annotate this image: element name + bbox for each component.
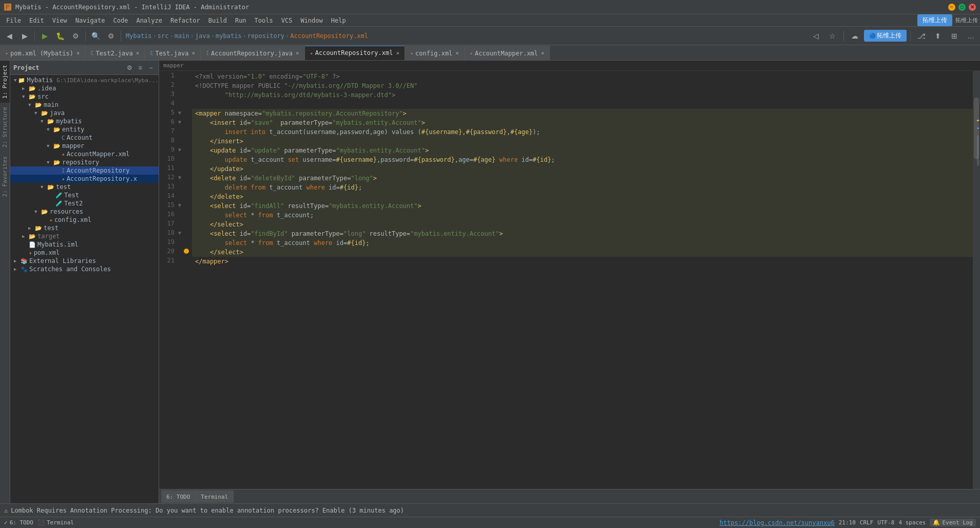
upload-cloud-button[interactable]: 🔵 拓维上传: [864, 30, 907, 42]
code-editor[interactable]: <?xml version="1.0" encoding="UTF-8" ?> …: [190, 71, 973, 489]
tree-item-account-class[interactable]: ▶ C Account: [10, 134, 159, 142]
tab-close-test2[interactable]: ×: [136, 50, 140, 56]
status-terminal[interactable]: ⬛ Terminal: [37, 519, 74, 526]
tree-item-test-class[interactable]: ▶ 🧪 Test: [10, 191, 159, 199]
toolbar-upload-cloud[interactable]: ☁: [848, 29, 862, 43]
breadcrumb-src[interactable]: src: [158, 32, 169, 40]
tab-close-ar-xml[interactable]: ×: [396, 50, 399, 56]
breadcrumb-mybatis2[interactable]: mybatis: [216, 32, 242, 40]
tab-close-pom[interactable]: ×: [76, 50, 80, 56]
toolbar-run[interactable]: ▶: [37, 29, 52, 43]
tree-item-account-mapper-xml[interactable]: ▶ ✦ AccountMapper.xml: [10, 150, 159, 158]
close-button[interactable]: ✕: [969, 4, 976, 11]
tree-item-mybatis-pkg[interactable]: ▼ 📂 mybatis: [10, 117, 159, 125]
tab-pom-xml[interactable]: ✦ pom.xml (Mybatis) ×: [0, 46, 85, 60]
minimize-button[interactable]: −: [948, 4, 955, 11]
tab-account-mapper-xml[interactable]: ✦ AccountMapper.xml ×: [465, 46, 550, 60]
toolbar-debug[interactable]: 🐛: [53, 29, 67, 43]
tree-item-pom-xml[interactable]: ▶ ✦ pom.xml: [10, 249, 159, 257]
status-indent[interactable]: 4 spaces: [898, 519, 926, 526]
tree-item-config-xml[interactable]: ▶ ✦ config.xml: [10, 216, 159, 224]
upload-label: 拓维上传: [955, 16, 978, 24]
tree-item-main[interactable]: ▼ 📂 main: [10, 101, 159, 109]
tree-arrow-resources: ▼: [34, 209, 40, 214]
menu-window[interactable]: Window: [296, 16, 326, 25]
menu-view[interactable]: View: [48, 16, 71, 25]
vtab-project[interactable]: 1: Project: [0, 61, 10, 103]
tab-close-ar-java[interactable]: ×: [296, 50, 299, 56]
tree-item-account-repository-java[interactable]: ▶ I AccountRepository: [10, 166, 159, 175]
toolbar-run-config[interactable]: ⚙: [68, 29, 83, 43]
toolbar-chevron-left[interactable]: ◁: [809, 29, 823, 43]
tree-item-mapper-folder[interactable]: ▼ 📂 mapper: [10, 142, 159, 150]
tab-close-config[interactable]: ×: [455, 50, 459, 56]
upload-button[interactable]: 拓维上传: [917, 14, 952, 26]
tree-item-scratches[interactable]: ▶ 🐾 Scratches and Consoles: [10, 265, 159, 273]
toolbar-git[interactable]: ⎇: [914, 29, 929, 43]
vtab-favorites[interactable]: 2: Favorites: [0, 152, 10, 201]
status-event-log[interactable]: 🔔 Event Log: [930, 519, 976, 526]
menu-code[interactable]: Code: [109, 16, 132, 25]
scroll-track[interactable]: [973, 71, 980, 489]
maximize-button[interactable]: □: [958, 4, 966, 11]
toolbar-share[interactable]: ⬆: [931, 29, 945, 43]
menu-vcs[interactable]: VCS: [277, 16, 297, 25]
tab-account-repository-java[interactable]: I AccountRepository.java ×: [201, 46, 305, 60]
status-line-ending[interactable]: CRLF: [860, 519, 874, 526]
vtab-structure[interactable]: 2: Structure: [0, 103, 10, 152]
toolbar-layout[interactable]: ⊞: [947, 29, 962, 43]
tree-item-repository-folder[interactable]: ▼ 📂 repository: [10, 158, 159, 166]
tab-config-xml[interactable]: ✦ config.xml ×: [405, 46, 465, 60]
bottom-tabs: 6: TODO Terminal: [159, 489, 980, 503]
tree-item-account-repository-xml[interactable]: ▶ ✦ AccountRepository.x: [10, 175, 159, 183]
panel-title: Project: [13, 64, 40, 71]
toolbar-bookmark[interactable]: ☆: [825, 29, 840, 43]
menu-refactor[interactable]: Refactor: [166, 16, 204, 25]
breadcrumb-main[interactable]: main: [175, 32, 189, 40]
tree-item-java[interactable]: ▼ 📂 java: [10, 109, 159, 117]
panel-btn-collapse-all[interactable]: ≡: [136, 63, 145, 72]
status-encoding[interactable]: UTF-8: [877, 519, 894, 526]
tree-item-mybatis-iml[interactable]: ▶ 📄 Mybatis.iml: [10, 240, 159, 249]
panel-btn-hide[interactable]: −: [146, 63, 156, 72]
breadcrumb-repository[interactable]: repository: [247, 32, 284, 40]
tab-test2-java[interactable]: C Test2.java ×: [85, 46, 145, 60]
tree-item-test2-class[interactable]: ▶ 🧪 Test2: [10, 199, 159, 208]
tree-item-target[interactable]: ▶ 📂 target: [10, 232, 159, 240]
toolbar-settings[interactable]: ⚙: [104, 29, 118, 43]
panel-btn-settings[interactable]: ⚙: [125, 63, 134, 72]
breadcrumb-mybatis[interactable]: Mybatis: [126, 32, 152, 40]
menu-edit[interactable]: Edit: [25, 16, 48, 25]
toolbar-right: ◁ ☆ ☁ 🔵 拓维上传 ⎇ ⬆ ⊞ …: [809, 29, 978, 43]
tree-item-src[interactable]: ▼ 📂 src: [10, 92, 159, 101]
status-link[interactable]: https://blog.csdn.net/sunyanxu6: [720, 519, 835, 526]
tree-item-resources[interactable]: ▼ 📂 resources: [10, 208, 159, 216]
breadcrumb-java[interactable]: java: [195, 32, 210, 40]
status-todo[interactable]: ✓ 6: TODO: [4, 519, 33, 526]
tree-item-idea[interactable]: ▶ 📂 .idea: [10, 84, 159, 92]
menu-analyze[interactable]: Analyze: [132, 16, 166, 25]
tab-close-mapper[interactable]: ×: [541, 50, 545, 56]
code-line-9: <update id="update" parameterType="mybat…: [192, 146, 973, 155]
menu-run[interactable]: Run: [231, 16, 251, 25]
menu-build[interactable]: Build: [204, 16, 231, 25]
menu-tools[interactable]: Tools: [251, 16, 277, 25]
tree-item-mybatis[interactable]: ▼ 📁 Mybatis G:\IDEA\idea-workplace\Myba.…: [10, 76, 159, 84]
tab-account-repository-xml[interactable]: ✦ AccountRepository.xml ×: [305, 46, 405, 60]
tab-close-test[interactable]: ×: [191, 50, 195, 56]
bottom-tab-todo[interactable]: 6: TODO: [161, 491, 196, 503]
toolbar-back[interactable]: ◀: [2, 29, 16, 43]
tree-item-external-libraries[interactable]: ▶ 📚 External Libraries: [10, 257, 159, 265]
menu-navigate[interactable]: Navigate: [71, 16, 109, 25]
menu-help[interactable]: Help: [327, 16, 350, 25]
tree-item-test-folder[interactable]: ▼ 📂 test: [10, 183, 159, 191]
tree-item-src-test[interactable]: ▶ 📂 test: [10, 224, 159, 232]
editor-main: 1 2 3 4 5▼ 6▼ 7 8 9▼ 10 11 12▼ 13 14 15▼…: [159, 71, 980, 489]
bottom-tab-terminal[interactable]: Terminal: [196, 491, 234, 503]
tree-item-entity[interactable]: ▼ 📂 entity: [10, 125, 159, 134]
tab-test-java[interactable]: C Test.java ×: [145, 46, 201, 60]
menu-file[interactable]: File: [2, 16, 25, 25]
toolbar-search[interactable]: 🔍: [88, 29, 103, 43]
toolbar-more[interactable]: …: [964, 29, 978, 43]
toolbar-forward[interactable]: ▶: [17, 29, 32, 43]
